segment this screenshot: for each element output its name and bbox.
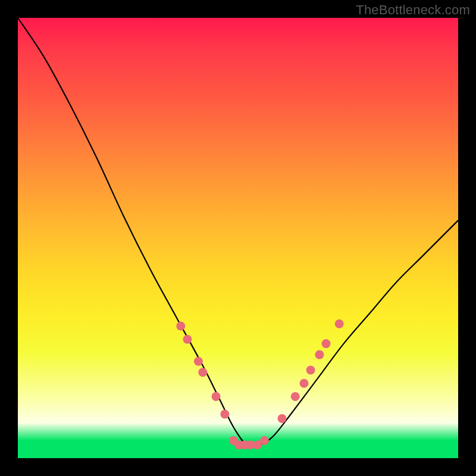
highlight-dot (260, 436, 269, 445)
highlight-dot (194, 357, 203, 366)
highlight-dot (300, 379, 309, 388)
curve-svg (18, 18, 458, 458)
highlight-dot (220, 410, 229, 419)
highlight-dot (198, 368, 207, 377)
highlight-dot (322, 339, 331, 348)
highlight-dots (176, 320, 343, 450)
highlight-dot (335, 320, 344, 328)
highlight-dot (291, 392, 300, 401)
highlight-dot (183, 335, 192, 344)
chart-stage: TheBottleneck.com (0, 0, 476, 476)
highlight-dot (306, 366, 315, 375)
highlight-dot (176, 322, 185, 331)
highlight-dot (278, 414, 287, 423)
highlight-dot (212, 392, 221, 401)
plot-area (18, 18, 458, 458)
watermark-text: TheBottleneck.com (356, 2, 470, 18)
highlight-dot (315, 350, 324, 359)
bottleneck-curve (18, 18, 458, 447)
